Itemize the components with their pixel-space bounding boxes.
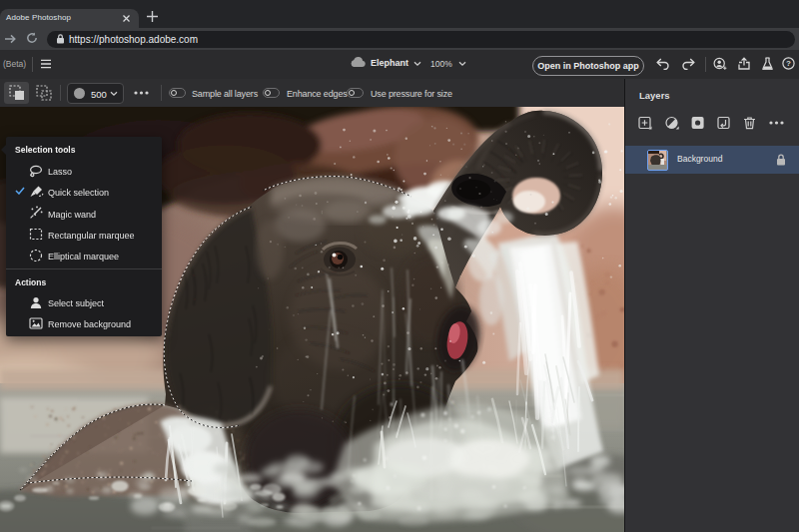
svg-text:?: ? — [786, 59, 791, 68]
